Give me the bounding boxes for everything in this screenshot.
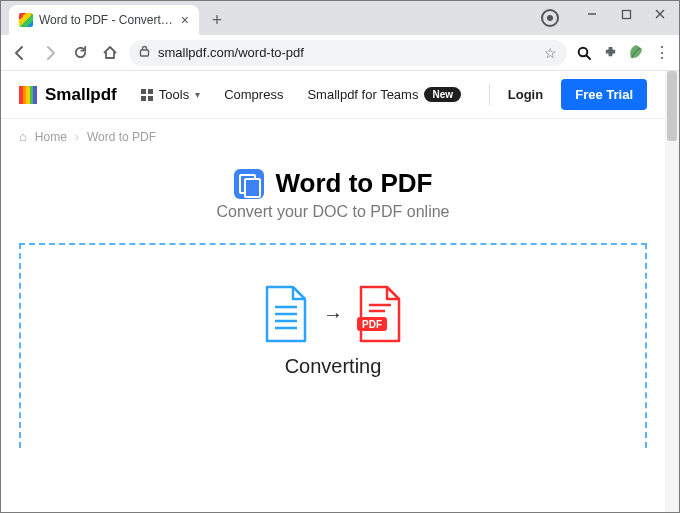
breadcrumb-separator-icon: › bbox=[75, 130, 79, 144]
brand-name: Smallpdf bbox=[45, 85, 117, 105]
nav-tools-label: Tools bbox=[159, 87, 189, 102]
breadcrumb-home[interactable]: Home bbox=[35, 130, 67, 144]
svg-line-6 bbox=[587, 55, 591, 59]
svg-rect-4 bbox=[141, 50, 149, 56]
bookmark-star-icon[interactable]: ☆ bbox=[544, 45, 557, 61]
new-tab-button[interactable]: + bbox=[205, 8, 229, 32]
page-title: Word to PDF bbox=[1, 168, 665, 199]
address-bar[interactable]: smallpdf.com/word-to-pdf ☆ bbox=[129, 40, 567, 66]
url-text: smallpdf.com/word-to-pdf bbox=[158, 45, 304, 60]
brand-mark-icon bbox=[19, 86, 37, 104]
conversion-graphic: → PDF bbox=[263, 285, 403, 343]
viewport: Smallpdf Tools ▾ Compress Smallpdf for T… bbox=[1, 71, 679, 512]
free-trial-button[interactable]: Free Trial bbox=[561, 79, 647, 110]
nav-teams[interactable]: Smallpdf for Teams New bbox=[307, 87, 461, 102]
nav-compress[interactable]: Compress bbox=[224, 87, 283, 102]
chevron-down-icon: ▾ bbox=[195, 89, 200, 100]
search-icon[interactable] bbox=[575, 44, 593, 62]
brand-logo[interactable]: Smallpdf bbox=[19, 85, 117, 105]
pdf-file-icon: PDF bbox=[357, 285, 403, 343]
close-tab-icon[interactable]: × bbox=[181, 13, 189, 27]
back-button[interactable] bbox=[9, 42, 31, 64]
svg-text:PDF: PDF bbox=[362, 319, 382, 330]
forward-button[interactable] bbox=[39, 42, 61, 64]
doc-file-icon bbox=[263, 285, 309, 343]
login-link[interactable]: Login bbox=[508, 87, 543, 102]
nav-tools[interactable]: Tools ▾ bbox=[141, 87, 200, 102]
minimize-button[interactable] bbox=[575, 3, 609, 25]
extension-leaf-icon[interactable] bbox=[627, 44, 645, 62]
divider bbox=[489, 84, 490, 106]
browser-window: Word to PDF - Convert your DOC × + bbox=[0, 0, 680, 513]
hero: Word to PDF Convert your DOC to PDF onli… bbox=[1, 154, 665, 221]
home-icon[interactable]: ⌂ bbox=[19, 129, 27, 144]
site-header: Smallpdf Tools ▾ Compress Smallpdf for T… bbox=[1, 71, 665, 119]
breadcrumb: ⌂ Home › Word to PDF bbox=[1, 119, 665, 154]
browser-tab[interactable]: Word to PDF - Convert your DOC × bbox=[9, 5, 199, 35]
svg-rect-1 bbox=[622, 10, 630, 18]
home-button[interactable] bbox=[99, 42, 121, 64]
scrollbar-thumb[interactable] bbox=[667, 71, 677, 141]
window-controls bbox=[575, 3, 677, 25]
vertical-scrollbar[interactable] bbox=[665, 71, 679, 512]
maximize-button[interactable] bbox=[609, 3, 643, 25]
breadcrumb-current: Word to PDF bbox=[87, 130, 156, 144]
status-text: Converting bbox=[285, 355, 382, 378]
arrow-right-icon: → bbox=[323, 303, 343, 326]
lock-icon bbox=[139, 45, 150, 60]
grid-icon bbox=[141, 89, 153, 101]
word-to-pdf-icon bbox=[234, 169, 264, 199]
tab-title: Word to PDF - Convert your DOC bbox=[39, 13, 175, 27]
page: Smallpdf Tools ▾ Compress Smallpdf for T… bbox=[1, 71, 665, 512]
close-window-button[interactable] bbox=[643, 3, 677, 25]
tab-strip: Word to PDF - Convert your DOC × + bbox=[1, 1, 679, 35]
nav-compress-label: Compress bbox=[224, 87, 283, 102]
nav-teams-label: Smallpdf for Teams bbox=[307, 87, 418, 102]
convert-area: → PDF Converting bbox=[19, 243, 647, 448]
new-badge: New bbox=[424, 87, 461, 102]
kebab-menu-icon[interactable]: ⋮ bbox=[653, 44, 671, 62]
favicon-icon bbox=[19, 13, 33, 27]
reload-button[interactable] bbox=[69, 42, 91, 64]
profile-indicator-icon[interactable] bbox=[541, 9, 559, 27]
extensions-icon[interactable] bbox=[601, 44, 619, 62]
browser-toolbar: smallpdf.com/word-to-pdf ☆ ⋮ bbox=[1, 35, 679, 71]
page-subtitle: Convert your DOC to PDF online bbox=[1, 203, 665, 221]
